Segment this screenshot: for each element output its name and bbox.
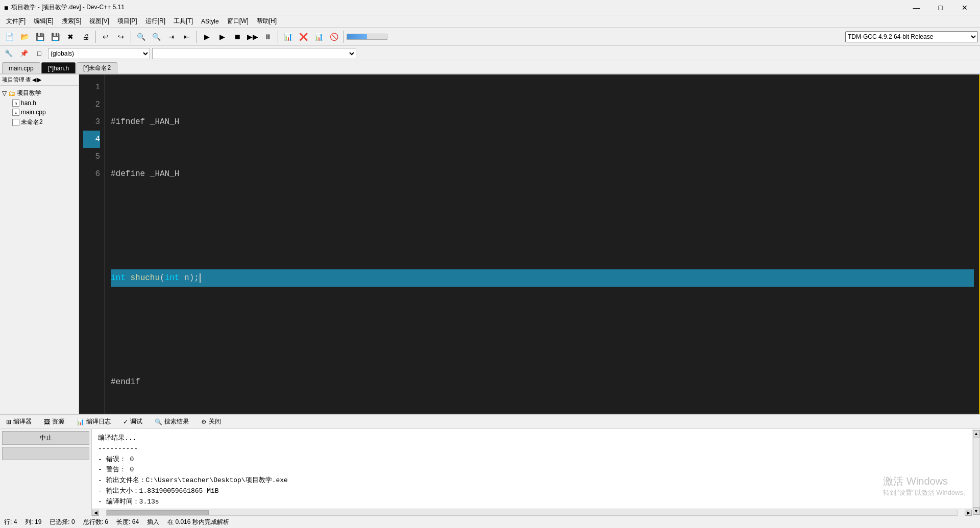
close-panel-icon: ⚙ — [201, 418, 207, 425]
tab-han-h[interactable]: [*]han.h — [41, 62, 76, 73]
code-line-5 — [111, 321, 974, 339]
menu-view[interactable]: 视图[V] — [85, 15, 113, 27]
code-line-3 — [111, 217, 974, 235]
search-results-icon: 🔍 — [155, 418, 162, 425]
chart-button[interactable]: 📊 — [311, 30, 326, 44]
menu-astyle[interactable]: AStyle — [197, 15, 223, 27]
tab-search-results[interactable]: 🔍 搜索结果 — [151, 416, 193, 428]
debug-button[interactable]: 📌 — [17, 47, 31, 60]
separator-1 — [95, 31, 96, 43]
open-button[interactable]: 📂 — [17, 30, 32, 44]
tab-debug[interactable]: ✓ 调试 — [119, 416, 146, 428]
close-file-button[interactable]: ✖ — [63, 30, 78, 44]
code-line-2: #define _HAN_H — [111, 165, 974, 183]
output-horizontal-scrollbar[interactable]: ◀ ▶ — [92, 509, 972, 516]
tab-main-cpp[interactable]: main.cpp — [2, 62, 40, 73]
tab-compiler[interactable]: ⊞ 编译器 — [2, 416, 36, 428]
vscroll-up-arrow[interactable]: ▲ — [973, 430, 980, 437]
editor[interactable]: 1 2 3 4 5 6 #ifndef _HAN_H #define _HAN_… — [79, 74, 980, 414]
menu-file[interactable]: 文件[F] — [2, 15, 30, 27]
compile-button[interactable]: ▶ — [200, 30, 214, 44]
resources-tab-icon: 🖼 — [44, 418, 50, 425]
separator-2 — [131, 31, 131, 43]
output-line-4: - 警告： 0 — [98, 465, 966, 475]
redo-button[interactable]: ↪ — [114, 30, 128, 44]
code-line-1: #ifndef _HAN_H — [111, 113, 974, 131]
compile-run-button[interactable]: ▶▶ — [246, 30, 260, 44]
globals-select[interactable]: (globals) — [48, 48, 150, 59]
undo-button[interactable]: ↩ — [99, 30, 113, 44]
find-button[interactable]: 🔍 — [134, 30, 148, 44]
bottom-vertical-scrollbar[interactable]: ▲ ▼ — [972, 429, 980, 516]
compiler-select[interactable]: TDM-GCC 4.9.2 64-bit Release — [845, 31, 978, 42]
sidebar-next-icon[interactable]: ▶ — [37, 77, 41, 83]
resources-tab-label: 资源 — [52, 417, 64, 426]
hscroll-track[interactable] — [106, 510, 958, 516]
vscroll-down-arrow[interactable]: ▼ — [973, 508, 980, 515]
menu-project[interactable]: 项目[P] — [113, 15, 141, 27]
separator-5 — [344, 31, 344, 43]
vscroll-track[interactable] — [973, 437, 980, 508]
tab-compile-log[interactable]: 📊 编译日志 — [72, 416, 115, 428]
error-button[interactable]: ❌ — [296, 30, 310, 44]
rebuild-button[interactable]: ⏸ — [261, 30, 275, 44]
keyword-int: int — [111, 273, 126, 283]
save-all-button[interactable]: 💾 — [48, 30, 62, 44]
menu-search[interactable]: 搜索[S] — [58, 15, 86, 27]
indent-button[interactable]: ⇥ — [164, 30, 179, 44]
tree-item-main-cpp[interactable]: c main.cpp — [2, 108, 77, 117]
line-num-5: 5 — [83, 148, 100, 165]
menu-help[interactable]: 帮助[H] — [253, 15, 281, 27]
output-line-5: - 输出文件名：C:\Users\teacher\Desktop\项目教学.ex… — [98, 475, 966, 486]
title-text: 项目教学 - [项目教学.dev] - Dev-C++ 5.11 — [11, 3, 124, 12]
no-button[interactable]: 🚫 — [327, 30, 341, 44]
hscroll-right-arrow[interactable]: ▶ — [965, 510, 972, 516]
tab-unnamed2[interactable]: [*]未命名2 — [77, 62, 117, 73]
line-num-3: 3 — [83, 113, 100, 131]
close-button[interactable]: ✕ — [953, 0, 976, 15]
minimize-button[interactable]: — — [905, 0, 928, 15]
class-browser-button[interactable]: 🔧 — [2, 47, 15, 60]
status-length: 长度: 64 — [116, 518, 139, 526]
tab-resources[interactable]: 🖼 资源 — [40, 416, 68, 428]
run-button[interactable]: ▶ — [215, 30, 229, 44]
menu-window[interactable]: 窗口[W] — [223, 15, 253, 27]
menu-edit[interactable]: 编辑[E] — [30, 15, 58, 27]
tree-item-han-h[interactable]: h han.h — [2, 98, 77, 108]
profile-button[interactable]: 📊 — [281, 30, 295, 44]
tree-item-unnamed2[interactable]: 未命名2 — [2, 117, 77, 128]
menu-run[interactable]: 运行[R] — [141, 15, 169, 27]
compiler-tab-label: 编译器 — [13, 417, 32, 426]
sidebar-prev-icon[interactable]: ◀ — [32, 77, 36, 83]
project-root[interactable]: ▽ 🗂 项目教学 — [2, 88, 77, 98]
watch-button[interactable]: □ — [33, 47, 46, 60]
empty-button — [2, 447, 89, 460]
save-button[interactable]: 💾 — [33, 30, 47, 44]
folder-icon: 🗂 — [8, 89, 15, 97]
hscroll-thumb[interactable] — [107, 510, 209, 515]
menu-tools[interactable]: 工具[T] — [169, 15, 197, 27]
app-icon: ■ — [4, 4, 8, 12]
output-line-2: ---------- — [98, 444, 966, 455]
code-line-6: #endif — [111, 373, 974, 391]
preprocessor-2: #define _HAN_H — [111, 169, 179, 179]
func-select[interactable] — [152, 48, 356, 59]
print-button[interactable]: 🖨 — [79, 30, 93, 44]
new-button[interactable]: 📄 — [2, 30, 16, 44]
unindent-button[interactable]: ⇤ — [180, 30, 194, 44]
stop-button[interactable]: ⏹ — [230, 30, 244, 44]
status-col: 列: 19 — [25, 518, 41, 526]
code-content[interactable]: #ifndef _HAN_H #define _HAN_H int shuchu… — [105, 74, 980, 414]
code-area: 1 2 3 4 5 6 #ifndef _HAN_H #define _HAN_… — [79, 74, 980, 414]
maximize-button[interactable]: □ — [929, 0, 952, 15]
separator-4 — [278, 31, 278, 43]
sidebar-search-icon[interactable]: 查 — [26, 76, 31, 84]
stop-compile-button[interactable]: 中止 — [2, 431, 89, 445]
preprocessor-1: #ifndef _HAN_H — [111, 117, 179, 127]
tab-close[interactable]: ⚙ 关闭 — [197, 416, 225, 428]
search-results-label: 搜索结果 — [164, 417, 189, 426]
status-row: 行: 4 — [4, 518, 17, 526]
code-line-4: int shuchu(int n); — [111, 269, 974, 287]
replace-button[interactable]: 🔍 — [149, 30, 163, 44]
hscroll-left-arrow[interactable]: ◀ — [92, 510, 99, 516]
